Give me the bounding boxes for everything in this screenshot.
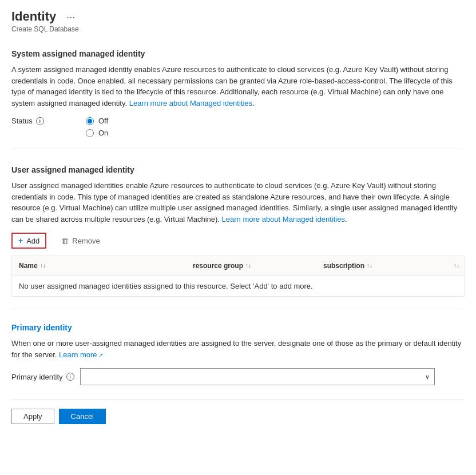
- primary-identity-info-icon[interactable]: i: [66, 373, 74, 381]
- table-header-rg[interactable]: resource group ↑↓: [186, 260, 316, 272]
- remove-button-label: Remove: [72, 237, 100, 245]
- user-assigned-learn-more-link[interactable]: Learn more about Managed identities: [222, 215, 345, 223]
- status-radio-group: Off On: [86, 117, 108, 137]
- table-header-name[interactable]: Name ↑↓: [12, 260, 186, 272]
- system-assigned-learn-more-link[interactable]: Learn more about Managed identities: [129, 99, 252, 107]
- remove-button[interactable]: 🗑 Remove: [55, 234, 105, 248]
- primary-identity-desc: When one or more user-assigned managed i…: [11, 338, 465, 360]
- identities-table: Name ↑↓ resource group ↑↓ subscription ↑…: [11, 256, 465, 297]
- trash-icon: 🗑: [61, 237, 69, 245]
- system-assigned-section: System assigned managed identity A syste…: [11, 49, 465, 137]
- system-assigned-title: System assigned managed identity: [11, 49, 465, 58]
- radio-on-option[interactable]: On: [86, 129, 108, 137]
- cancel-button[interactable]: Cancel: [59, 409, 106, 424]
- primary-identity-title: Primary identity: [11, 323, 465, 332]
- user-assigned-title: User assigned managed identity: [11, 165, 465, 174]
- status-row: Status i Off On: [11, 117, 465, 137]
- primary-identity-dropdown[interactable]: ∨: [80, 368, 435, 385]
- section-divider-2: [11, 309, 465, 309]
- table-header-extra: ↑↓: [447, 260, 464, 272]
- radio-on-label: On: [98, 129, 108, 137]
- table-empty-message: No user assigned managed identities assi…: [12, 276, 464, 297]
- footer-divider: [11, 399, 465, 400]
- page-subtitle: Create SQL Database: [11, 25, 465, 33]
- radio-off-option[interactable]: Off: [86, 117, 108, 125]
- add-plus-icon: +: [18, 236, 23, 245]
- sort-icon-sub: ↑↓: [367, 263, 372, 269]
- status-label: Status i: [11, 117, 51, 125]
- external-link-icon: ↗: [98, 351, 103, 360]
- add-button[interactable]: + Add: [11, 233, 46, 249]
- footer-actions: Apply Cancel: [11, 409, 465, 424]
- table-header-sub[interactable]: subscription ↑↓: [316, 260, 447, 272]
- apply-button[interactable]: Apply: [11, 409, 54, 424]
- dropdown-arrow-icon: ∨: [425, 373, 430, 381]
- primary-identity-row: Primary identity i ∨: [11, 368, 465, 385]
- add-remove-row: + Add 🗑 Remove: [11, 233, 465, 249]
- system-assigned-desc: A system assigned managed identity enabl…: [11, 64, 465, 109]
- primary-identity-learn-more-link[interactable]: Learn more↗: [59, 350, 102, 359]
- add-button-label: Add: [26, 237, 39, 245]
- user-assigned-desc: User assigned managed identities enable …: [11, 180, 465, 225]
- more-options-icon[interactable]: ···: [66, 11, 75, 23]
- table-body: No user assigned managed identities assi…: [12, 276, 464, 297]
- section-divider-1: [11, 149, 465, 149]
- primary-identity-label: Primary identity i: [11, 373, 74, 381]
- sort-icon-rg: ↑↓: [245, 263, 251, 269]
- user-assigned-section: User assigned managed identity User assi…: [11, 165, 465, 297]
- radio-on-input[interactable]: [86, 129, 94, 137]
- status-info-icon[interactable]: i: [36, 117, 44, 125]
- radio-off-input[interactable]: [86, 117, 94, 125]
- table-header: Name ↑↓ resource group ↑↓ subscription ↑…: [12, 256, 464, 276]
- primary-identity-section: Primary identity When one or more user-a…: [11, 323, 465, 385]
- sort-icon-extra: ↑↓: [454, 263, 459, 269]
- radio-off-label: Off: [98, 117, 108, 125]
- sort-icon-name: ↑↓: [40, 263, 46, 269]
- page-title: Identity: [11, 9, 56, 24]
